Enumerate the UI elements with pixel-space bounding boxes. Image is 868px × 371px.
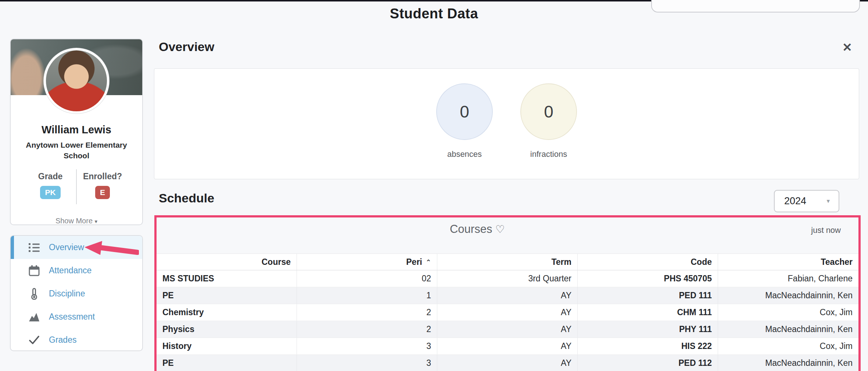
course-cell: PE	[157, 287, 297, 304]
area-chart-icon	[28, 311, 40, 323]
course-cell: MS STUDIES	[157, 270, 297, 287]
teacher-cell: Cox, Jim	[718, 304, 858, 321]
annotation-highlight-rectangle: Courses ♡ just now Course Peri ⌃ Term Co…	[154, 215, 861, 371]
term-cell: 3rd Quarter	[437, 270, 578, 287]
peri-cell: 3	[297, 355, 437, 371]
table-row[interactable]: MS STUDIES 02 3rd Quarter PHS 450705 Fab…	[157, 270, 858, 287]
table-row[interactable]: Physics 2 AY PHY 111 MacNeachdainnin, Ke…	[157, 321, 858, 338]
thermometer-icon	[28, 288, 40, 300]
peri-cell: 1	[297, 287, 437, 304]
peri-cell: 3	[297, 338, 437, 354]
sidebar-item-discipline[interactable]: Discipline	[11, 282, 142, 305]
student-profile-card: William Lewis Anytown Lower Elementary S…	[10, 39, 143, 225]
infractions-label: infractions	[506, 150, 591, 159]
last-updated-text: just now	[811, 226, 841, 235]
student-nav-menu: Overview Attendance Discipline	[10, 235, 143, 351]
courses-table: Course Peri ⌃ Term Code Teacher MS STUDI…	[157, 253, 858, 371]
courses-title: Courses ♡	[157, 223, 798, 236]
column-header-course[interactable]: Course	[157, 254, 297, 270]
grade-label: Grade	[25, 172, 76, 181]
sidebar-item-label: Overview	[49, 242, 84, 252]
search-box-partial[interactable]	[651, 0, 860, 12]
teacher-cell: MacNeachdainnin, Ken	[718, 321, 858, 338]
column-header-teacher[interactable]: Teacher	[718, 254, 858, 270]
code-cell: PED 112	[578, 355, 718, 371]
term-cell: AY	[437, 321, 578, 338]
column-header-code[interactable]: Code	[578, 254, 718, 270]
infractions-count: 0	[520, 83, 577, 140]
sidebar-item-label: Discipline	[49, 289, 85, 299]
enrolled-vital: Enrolled? E	[77, 169, 128, 204]
courses-title-text: Courses	[450, 223, 492, 235]
show-more-button[interactable]: Show More ▾	[11, 217, 142, 225]
sidebar-item-label: Attendance	[49, 266, 92, 275]
table-header-row: Course Peri ⌃ Term Code Teacher	[157, 253, 858, 270]
student-photo	[46, 50, 107, 111]
sidebar-item-label: Assessment	[49, 312, 95, 322]
grade-badge: PK	[40, 186, 60, 199]
code-cell: PHS 450705	[578, 270, 718, 287]
table-body: MS STUDIES 02 3rd Quarter PHS 450705 Fab…	[157, 270, 858, 371]
term-cell: AY	[437, 304, 578, 321]
peri-cell: 2	[297, 304, 437, 321]
list-icon	[28, 242, 40, 253]
code-cell: CHM 111	[578, 304, 718, 321]
courses-header-band: Courses ♡ just now	[157, 217, 858, 241]
sidebar-item-assessment[interactable]: Assessment	[11, 305, 142, 328]
peri-cell: 2	[297, 321, 437, 338]
year-dropdown-value: 2024	[775, 195, 826, 207]
code-cell: PHY 111	[578, 321, 718, 338]
table-row[interactable]: History 3 AY HIS 222 Cox, Jim	[157, 338, 858, 355]
sidebar-item-label: Grades	[49, 335, 76, 345]
sidebar-item-overview[interactable]: Overview	[11, 236, 142, 259]
term-cell: AY	[437, 338, 578, 354]
enrolled-badge: E	[95, 186, 110, 199]
grade-vital: Grade PK	[25, 169, 77, 204]
teacher-cell: Cox, Jim	[718, 338, 858, 354]
code-cell: HIS 222	[578, 338, 718, 354]
student-name: William Lewis	[11, 124, 142, 136]
teacher-cell: MacNeachdainnin, Ken	[718, 355, 858, 371]
infractions-stat: 0 infractions	[506, 83, 591, 159]
course-cell: PE	[157, 355, 297, 371]
term-cell: AY	[437, 355, 578, 371]
close-icon[interactable]: ✕	[842, 40, 852, 54]
enrolled-label: Enrolled?	[77, 172, 128, 181]
absences-count: 0	[436, 83, 493, 140]
heart-icon[interactable]: ♡	[495, 223, 505, 235]
table-row[interactable]: PE 3 AY PED 112 MacNeachdainnin, Ken	[157, 355, 858, 371]
sidebar-item-attendance[interactable]: Attendance	[11, 259, 142, 282]
chevron-down-icon: ▾	[826, 197, 839, 205]
avatar	[44, 48, 109, 114]
teacher-cell: Fabian, Charlene	[718, 270, 858, 287]
column-header-term[interactable]: Term	[437, 254, 578, 270]
student-school: Anytown Lower Elementary School	[11, 140, 142, 161]
column-header-peri-label: Peri	[406, 257, 422, 267]
course-cell: History	[157, 338, 297, 354]
calendar-icon	[28, 265, 40, 277]
peri-cell: 02	[297, 270, 437, 287]
absences-label: absences	[422, 150, 507, 159]
chevron-down-icon: ▾	[95, 218, 98, 224]
term-cell: AY	[437, 287, 578, 304]
column-header-peri[interactable]: Peri ⌃	[297, 254, 437, 270]
show-more-label: Show More	[55, 217, 93, 225]
student-vitals: Grade PK Enrolled? E	[11, 169, 142, 204]
course-cell: Physics	[157, 321, 297, 338]
overview-stats-panel: 0 absences 0 infractions	[154, 68, 859, 179]
table-row[interactable]: PE 1 AY PED 111 MacNeachdainnin, Ken	[157, 287, 858, 304]
absences-stat: 0 absences	[422, 83, 507, 159]
code-cell: PED 111	[578, 287, 718, 304]
teacher-cell: MacNeachdainnin, Ken	[718, 287, 858, 304]
checkmark-icon	[28, 334, 40, 346]
sort-ascending-icon: ⌃	[426, 258, 431, 266]
schedule-section-heading: Schedule	[159, 191, 214, 205]
year-dropdown[interactable]: 2024 ▾	[774, 190, 839, 212]
sidebar-item-grades[interactable]: Grades	[11, 328, 142, 351]
table-row[interactable]: Chemistry 2 AY CHM 111 Cox, Jim	[157, 304, 858, 321]
course-cell: Chemistry	[157, 304, 297, 321]
overview-section-heading: Overview	[159, 40, 214, 54]
